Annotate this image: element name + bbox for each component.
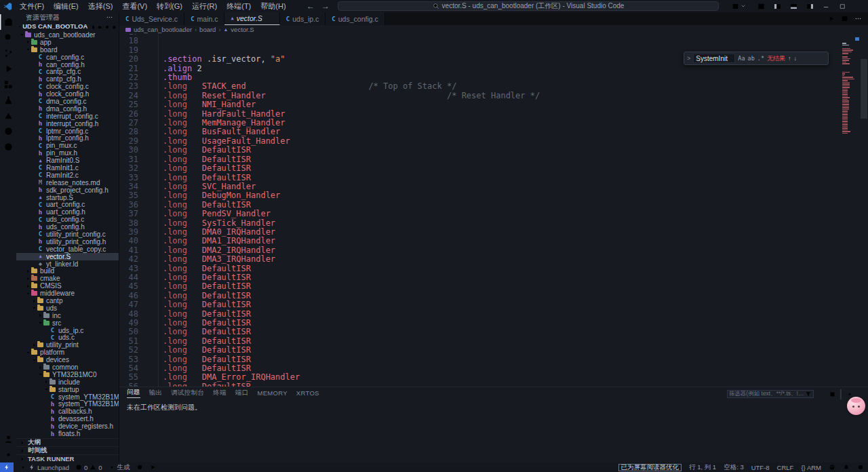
minimap[interactable] <box>842 34 860 387</box>
layout-dropdown[interactable] <box>732 0 746 12</box>
task-runner-section[interactable]: TASK RUNNER <box>16 454 119 463</box>
tree-item-common[interactable]: common <box>16 363 119 371</box>
menu-item-2[interactable]: 选择(S) <box>83 0 118 12</box>
launchpad-status-item[interactable]: Launchpad <box>20 464 69 471</box>
whole-word-toggle[interactable]: ab <box>748 55 755 62</box>
tree-item-cantp[interactable]: cantp <box>16 297 119 304</box>
tree-item-startup[interactable]: startup <box>16 386 119 393</box>
tree-item-cantp_cfg.h[interactable]: hcantp_cfg.h <box>16 75 119 83</box>
tree-item-device_registers.h[interactable]: hdevice_registers.h <box>16 422 119 430</box>
timeline-section[interactable]: 时间线 <box>16 446 119 454</box>
back-icon[interactable]: ← <box>307 0 315 12</box>
close-tab-icon[interactable] <box>267 14 273 22</box>
menu-item-3[interactable]: 查看(V) <box>117 0 152 12</box>
regex-toggle[interactable]: .* <box>757 55 764 62</box>
close-find-icon[interactable] <box>809 55 816 62</box>
tree-item-devassert.h[interactable]: hdevassert.h <box>16 415 119 422</box>
tree-item-dma_config.c[interactable]: Cdma_config.c <box>16 98 119 105</box>
tree-item-startup.S[interactable]: ▲startup.S <box>16 194 119 201</box>
tree-item-uart_config.c[interactable]: Cuart_config.c <box>16 201 119 208</box>
tab-vector.S[interactable]: ▲vector.S <box>224 12 279 25</box>
tree-item-dma_config.h[interactable]: hdma_config.h <box>16 105 119 113</box>
tree-item-include[interactable]: include <box>16 378 119 386</box>
tree-item-pin_mux.c[interactable]: Cpin_mux.c <box>16 142 119 149</box>
activity-search-icon[interactable] <box>0 30 16 45</box>
collapse-all-icon[interactable] <box>829 391 835 397</box>
tree-item-RamInit2.c[interactable]: CRamInit2.c <box>16 172 119 179</box>
tree-item-uds.c[interactable]: Cuds.c <box>16 334 119 342</box>
tree-item-utility_print[interactable]: utility_print <box>16 341 119 349</box>
code-editor[interactable]: 1718192021222324252627282930313233343536… <box>119 34 868 387</box>
match-case-toggle[interactable]: Aa <box>738 55 745 62</box>
tree-item-clock_config.h[interactable]: hclock_config.h <box>16 90 119 98</box>
breadcrumb-item[interactable]: vector.S <box>231 26 254 33</box>
menu-item-7[interactable]: 帮助(H) <box>256 0 290 12</box>
new-folder-icon[interactable] <box>98 24 102 31</box>
breadcrumb[interactable]: uds_can_bootloader›board›▲vector.S <box>119 25 868 34</box>
tree-item-uds_can_bootloader[interactable]: uds_can_bootloader <box>16 31 119 39</box>
find-next-icon[interactable]: ↓ <box>794 55 797 62</box>
tree-item-pin_mux.h[interactable]: hpin_mux.h <box>16 149 119 157</box>
tree-item-release_notes.md[interactable]: Mrelease_notes.md <box>16 179 119 186</box>
activity-explorer-icon[interactable] <box>0 14 16 30</box>
activity-run-debug-icon[interactable] <box>0 61 16 77</box>
tab-uds_ip.c[interactable]: Cuds_ip.c <box>280 12 326 25</box>
tree-item-inc[interactable]: inc <box>16 312 119 319</box>
assistant-avatar[interactable] <box>847 397 865 415</box>
run-status-item[interactable] <box>149 464 156 471</box>
new-file-icon[interactable] <box>91 24 95 31</box>
panel-tab-终端[interactable]: 终端 <box>213 389 226 397</box>
language-mode[interactable]: {} ARM <box>801 464 821 471</box>
build-status-item[interactable]: 生成 <box>108 463 130 472</box>
panel-tab-端口[interactable]: 端口 <box>235 389 249 397</box>
tree-item-lptmr_config.c[interactable]: Clptmr_config.c <box>16 127 119 135</box>
tree-item-uart_config.h[interactable]: huart_config.h <box>16 208 119 216</box>
tree-item-YTM32B1MC0[interactable]: YTM32B1MC0 <box>16 371 119 378</box>
maximize-panel-icon[interactable] <box>846 391 853 397</box>
tree-item-system_YTM32B1MC0.c[interactable]: Csystem_YTM32B1MC0.c <box>16 393 119 401</box>
breadcrumb-item[interactable]: board <box>199 26 216 33</box>
tree-item-uds_ip.c[interactable]: Cuds_ip.c <box>16 327 119 334</box>
tree-item-src[interactable]: src <box>16 319 119 327</box>
menu-item-6[interactable]: 终端(T) <box>222 0 256 12</box>
tree-item-app[interactable]: app <box>16 39 119 46</box>
activity-history-icon[interactable] <box>0 123 16 139</box>
panel-tab-问题[interactable]: 问题 <box>127 388 140 398</box>
tree-item-interrupt_config.h[interactable]: hinterrupt_config.h <box>16 120 119 127</box>
tab-main.c[interactable]: Cmain.c <box>184 12 224 25</box>
funnel-icon[interactable] <box>805 391 812 397</box>
tree-item-system_YTM32B1MC0.h[interactable]: hsystem_YTM32B1MC0.h <box>16 401 119 408</box>
find-expand-icon[interactable]: > <box>687 55 690 62</box>
tree-item-vector.S[interactable]: ▲vector.S <box>16 253 119 260</box>
tree-item-sdk_project_config.h[interactable]: hsdk_project_config.h <box>16 186 119 194</box>
tree-item-build[interactable]: build <box>16 268 119 275</box>
tree-item-can_config.h[interactable]: hcan_config.h <box>16 61 119 68</box>
tree-item-cantp_cfg.c[interactable]: Ccantp_cfg.c <box>16 68 119 75</box>
notifications-icon[interactable] <box>843 464 850 471</box>
vertical-scrollbar[interactable] <box>860 34 868 387</box>
eol-sequence[interactable]: CRLF <box>777 464 794 471</box>
problems-status-item[interactable]: 0 0 <box>75 464 102 471</box>
forward-icon[interactable]: → <box>321 0 330 12</box>
customize-layout-icon[interactable] <box>753 0 769 12</box>
tree-item-vector_table_copy.c[interactable]: Cvector_table_copy.c <box>16 245 119 253</box>
tree-item-uds[interactable]: uds <box>16 304 119 312</box>
menu-item-5[interactable]: 运行(R) <box>187 0 222 12</box>
run-icon[interactable] <box>827 15 835 22</box>
breadcrumb-item[interactable]: uds_can_bootloader <box>134 26 192 33</box>
account-icon[interactable] <box>0 431 16 447</box>
tree-item-interrupt_config.c[interactable]: Cinterrupt_config.c <box>16 113 119 120</box>
close-window-button[interactable] <box>850 0 867 12</box>
tree-item-board[interactable]: board <box>16 46 119 54</box>
menu-item-4[interactable]: 转到(G) <box>152 0 187 12</box>
cursor-position[interactable]: 行 1, 列 1 <box>689 463 716 472</box>
tree-item-lptmr_config.h[interactable]: hlptmr_config.h <box>16 134 119 142</box>
tree-item-cmake[interactable]: cmake <box>16 275 119 282</box>
outline-section[interactable]: 大纲 <box>16 438 119 446</box>
screen-reader-mode[interactable]: 已为屏幕阅读器优化 <box>618 464 682 471</box>
tab-Uds_Service.c[interactable]: CUds_Service.c <box>119 12 184 25</box>
tree-item-uds_config.h[interactable]: huds_config.h <box>16 223 119 231</box>
tree-item-platform[interactable]: platform <box>16 349 119 356</box>
encoding[interactable]: UTF-8 <box>751 464 770 471</box>
panel-tab-输出[interactable]: 输出 <box>149 389 163 397</box>
